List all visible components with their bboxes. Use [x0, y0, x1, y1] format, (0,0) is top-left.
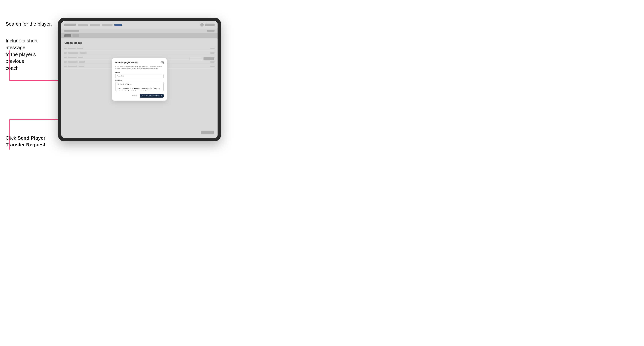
tablet-device: Update Roster: [58, 18, 221, 141]
modal-title: Request player transfer: [115, 61, 138, 64]
message-field-label: Message: [115, 80, 164, 81]
cancel-button[interactable]: Cancel: [131, 94, 138, 97]
annotation-message: Include a short message to the player's …: [6, 37, 52, 71]
modal-description: If the player is transferring from anoth…: [115, 65, 164, 70]
player-search-input[interactable]: [115, 74, 164, 78]
player-field-label: Player: [115, 71, 164, 73]
annotation-search: Search for the player.: [6, 20, 52, 27]
modal-footer: Cancel Send Player Transfer Request: [115, 94, 164, 98]
message-textarea[interactable]: Hi Coach McHarg, Please accept this tran…: [115, 82, 164, 91]
request-transfer-modal: Request player transfer × If the player …: [112, 58, 166, 101]
send-transfer-request-button[interactable]: Send Player Transfer Request: [140, 94, 164, 98]
modal-close-button[interactable]: ×: [161, 61, 164, 64]
modal-header: Request player transfer ×: [115, 61, 164, 64]
modal-overlay: Request player transfer × If the player …: [62, 21, 218, 138]
annotation-click: Click Send Player Transfer Request: [6, 135, 52, 148]
